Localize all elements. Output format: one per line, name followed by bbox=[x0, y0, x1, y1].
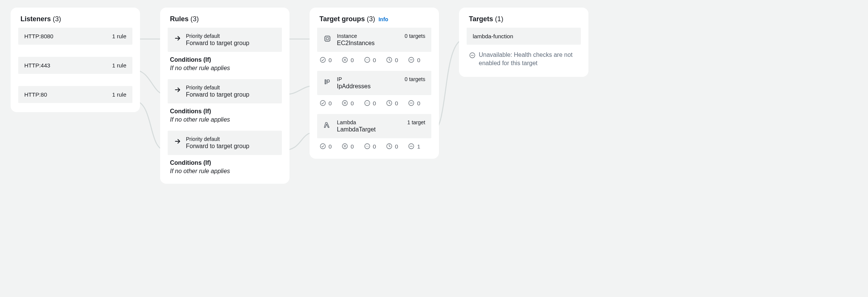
health-counters: 0 0 0 0 0 bbox=[319, 100, 429, 106]
rules-title: Rules (3) bbox=[170, 15, 282, 23]
svg-point-14 bbox=[320, 57, 326, 63]
tg-name: LambdaTarget bbox=[337, 126, 425, 133]
draining-icon bbox=[386, 143, 393, 150]
listener-name: HTTP:8080 bbox=[24, 33, 53, 39]
unavailable-icon bbox=[408, 143, 415, 150]
tg-type: Lambda bbox=[337, 119, 356, 125]
listener-name: HTTP:443 bbox=[24, 62, 50, 69]
target-group-item[interactable]: IP 0 targets IpAddresses bbox=[317, 71, 431, 95]
rule-item[interactable]: Priority default Forward to target group bbox=[168, 131, 282, 155]
arrow-right-icon bbox=[174, 34, 181, 42]
tg-targets-count: 0 targets bbox=[405, 76, 425, 82]
svg-point-18 bbox=[367, 59, 368, 60]
svg-rect-1 bbox=[326, 38, 329, 40]
listener-name: HTTP:80 bbox=[24, 91, 47, 98]
rule-priority: Priority default bbox=[186, 136, 249, 142]
rule-action: Forward to target group bbox=[186, 91, 249, 98]
listener-item[interactable]: HTTP:80 1 rule bbox=[18, 86, 132, 103]
unavailable-icon bbox=[408, 56, 415, 63]
unavailable-icon bbox=[469, 52, 476, 59]
rule-item[interactable]: Priority default Forward to target group bbox=[168, 79, 282, 103]
rule-conditions: Conditions (If) If no other rule applies bbox=[170, 56, 280, 72]
rules-panel: Rules (3) Priority default Forward to ta… bbox=[160, 8, 289, 184]
tg-name: EC2Instances bbox=[337, 40, 425, 47]
svg-point-19 bbox=[368, 59, 369, 60]
svg-rect-0 bbox=[325, 36, 330, 41]
draining-icon bbox=[386, 100, 393, 106]
svg-point-17 bbox=[366, 59, 366, 60]
unused-icon bbox=[364, 56, 371, 63]
rule-conditions: Conditions (If) If no other rule applies bbox=[170, 108, 280, 123]
target-name: lambda-function bbox=[473, 33, 513, 39]
targets-panel: Targets (1) lambda-function Unavailable:… bbox=[459, 8, 588, 77]
unhealthy-icon bbox=[341, 100, 348, 106]
lambda-icon bbox=[323, 121, 332, 129]
listener-meta: 1 rule bbox=[112, 62, 126, 69]
rule-item[interactable]: Priority default Forward to target group bbox=[168, 28, 282, 52]
arrow-right-icon bbox=[174, 86, 181, 94]
unavailable-icon bbox=[408, 100, 415, 106]
tg-type: IP bbox=[337, 76, 342, 82]
unhealthy-icon bbox=[341, 56, 348, 63]
healthy-icon bbox=[319, 100, 326, 106]
healthy-icon bbox=[319, 143, 326, 150]
svg-point-29 bbox=[366, 103, 366, 103]
listener-item[interactable]: HTTP:8080 1 rule bbox=[18, 28, 132, 45]
target-group-item[interactable]: Lambda 1 target LambdaTarget bbox=[317, 114, 431, 138]
svg-point-26 bbox=[320, 100, 326, 106]
svg-point-40 bbox=[368, 146, 369, 147]
svg-point-38 bbox=[366, 146, 366, 147]
listener-item[interactable]: HTTP:443 1 rule bbox=[18, 57, 132, 74]
targets-title: Targets (1) bbox=[469, 15, 581, 23]
ip-icon bbox=[323, 78, 332, 86]
target-groups-title: Target groups (3) Info bbox=[319, 15, 431, 23]
target-item[interactable]: lambda-function bbox=[467, 28, 581, 45]
svg-point-35 bbox=[320, 144, 326, 149]
unused-icon bbox=[364, 143, 371, 150]
tg-targets-count: 0 targets bbox=[405, 33, 425, 39]
tg-type: Instance bbox=[337, 33, 357, 39]
svg-point-31 bbox=[368, 103, 369, 103]
svg-point-39 bbox=[367, 146, 368, 147]
rule-priority: Priority default bbox=[186, 33, 249, 39]
target-groups-panel: Target groups (3) Info Instance 0 target… bbox=[310, 8, 439, 159]
tg-name: IpAddresses bbox=[337, 83, 425, 90]
listener-meta: 1 rule bbox=[112, 91, 126, 98]
health-counters: 0 0 0 0 1 bbox=[319, 143, 429, 150]
arrow-right-icon bbox=[174, 138, 181, 145]
rule-action: Forward to target group bbox=[186, 40, 249, 47]
healthy-icon bbox=[319, 56, 326, 63]
rule-action: Forward to target group bbox=[186, 143, 249, 150]
svg-rect-23 bbox=[325, 80, 326, 84]
info-link[interactable]: Info bbox=[379, 16, 388, 22]
health-counters: 0 0 0 0 0 bbox=[319, 56, 429, 63]
unhealthy-icon bbox=[341, 143, 348, 150]
svg-rect-24 bbox=[327, 80, 329, 82]
rule-conditions: Conditions (If) If no other rule applies bbox=[170, 159, 280, 175]
unused-icon bbox=[364, 100, 371, 106]
instance-icon bbox=[323, 34, 332, 43]
listeners-title: Listeners (3) bbox=[20, 15, 132, 23]
rule-priority: Priority default bbox=[186, 84, 249, 91]
target-status: Unavailable: Health checks are not enabl… bbox=[469, 51, 579, 68]
listeners-panel: Listeners (3) HTTP:8080 1 rule HTTP:443 … bbox=[11, 8, 140, 112]
listener-meta: 1 rule bbox=[112, 33, 126, 39]
draining-icon bbox=[386, 56, 393, 63]
svg-point-30 bbox=[367, 103, 368, 103]
tg-targets-count: 1 target bbox=[407, 119, 425, 125]
target-group-item[interactable]: Instance 0 targets EC2Instances bbox=[317, 28, 431, 52]
